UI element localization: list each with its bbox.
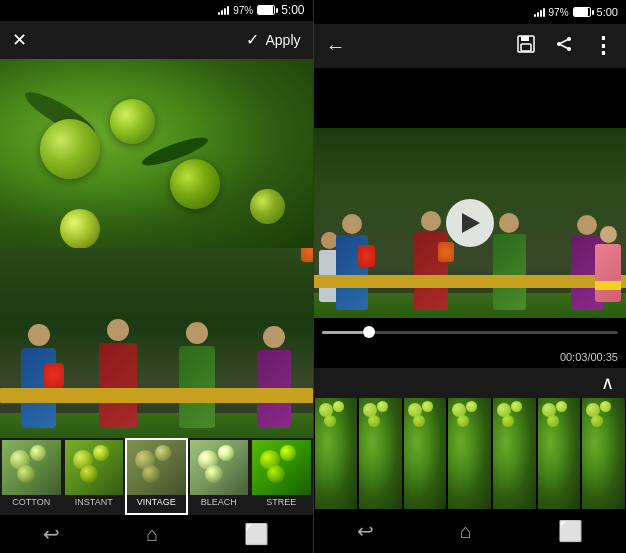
filter-thumb-bleach	[190, 440, 249, 496]
signal-icon	[534, 8, 545, 17]
vp-head	[499, 213, 519, 233]
tomato-1	[40, 119, 100, 179]
filter-thumb-street	[252, 440, 311, 496]
filter-vintage[interactable]: VINTAGE	[125, 438, 188, 516]
filter-thumb-vintage	[127, 440, 186, 496]
video-player[interactable]	[314, 128, 627, 318]
top-image	[0, 59, 313, 249]
battery-icon	[257, 5, 275, 15]
obi-sash	[314, 275, 627, 288]
backpack	[438, 242, 454, 262]
scrubber-thumb[interactable]	[363, 326, 375, 338]
right-status-bar: 97% 5:00	[314, 0, 627, 24]
person-head	[107, 319, 129, 341]
scrubber-area[interactable]	[314, 318, 627, 346]
toolbar-actions: ⋮	[516, 34, 614, 59]
filter-thumb-instant	[65, 440, 124, 496]
tomato-2	[110, 99, 155, 144]
right-toolbar: ← ⋮	[314, 24, 627, 68]
person-figure-4	[257, 326, 291, 428]
back-nav-button[interactable]: ↩	[43, 522, 60, 546]
bottom-main-image	[0, 248, 313, 438]
scrubber-progress	[322, 331, 364, 334]
video-person-1	[336, 214, 368, 310]
back-nav-button[interactable]: ↩	[357, 519, 374, 543]
timer-display: 00:03/00:35	[314, 346, 627, 368]
person-body	[179, 346, 215, 428]
apply-label: Apply	[265, 32, 300, 48]
play-icon	[462, 213, 480, 233]
recents-nav-button[interactable]: ⬜	[244, 522, 269, 546]
tomato-5	[250, 189, 285, 224]
film-frame-6	[538, 398, 581, 509]
person-head	[263, 326, 285, 348]
person-figure-3	[179, 322, 215, 428]
video-person-2	[414, 211, 448, 310]
filter-label-vintage: VINTAGE	[137, 497, 176, 507]
home-nav-button[interactable]: ⌂	[460, 520, 472, 543]
video-content	[314, 128, 627, 318]
vp-head	[342, 214, 362, 234]
filter-instant[interactable]: INSTANT	[63, 438, 126, 516]
vp-body	[493, 234, 526, 310]
home-nav-button[interactable]: ⌂	[146, 523, 158, 546]
person-body	[99, 343, 137, 428]
close-button[interactable]: ✕	[12, 29, 27, 51]
backpack	[358, 245, 375, 267]
svg-rect-2	[521, 44, 531, 51]
film-frame-3	[404, 398, 447, 509]
left-toolbar: ✕ ✓ Apply	[0, 21, 313, 59]
person-figure-1	[21, 324, 56, 428]
filter-label-street: STREE	[266, 497, 296, 507]
filter-strip: COTTON INSTANT VINTAGE	[0, 438, 313, 516]
recents-nav-button[interactable]: ⬜	[558, 519, 583, 543]
timestamp-label: 00:03/00:35	[560, 351, 618, 363]
person-figure-2	[99, 319, 137, 428]
person-head	[186, 322, 208, 344]
vp-head	[600, 226, 617, 243]
scrubber-track[interactable]	[322, 331, 619, 334]
film-frame-4	[448, 398, 491, 509]
collapse-area[interactable]: ∧	[314, 368, 627, 398]
filter-label-cotton: COTTON	[12, 497, 50, 507]
film-frame-1	[315, 398, 358, 509]
film-frame-5	[493, 398, 536, 509]
video-person-3	[493, 213, 526, 310]
back-button[interactable]: ←	[326, 35, 346, 58]
signal-icon	[218, 6, 229, 15]
obi-sash	[0, 388, 313, 403]
tomato-3	[170, 159, 220, 209]
right-panel: 97% 5:00 ←	[314, 0, 627, 553]
svg-line-7	[559, 44, 569, 49]
filter-street[interactable]: STREE	[250, 438, 313, 516]
right-nav-bar: ↩ ⌂ ⬜	[314, 509, 627, 553]
vp-body	[336, 235, 368, 310]
black-top-area	[314, 68, 627, 128]
svg-line-6	[559, 39, 569, 44]
obi-sash	[595, 281, 621, 290]
battery-percent: 97%	[233, 5, 253, 16]
left-status-bar: 97% 5:00	[0, 0, 313, 21]
right-time: 5:00	[597, 6, 618, 18]
more-button[interactable]: ⋮	[592, 35, 614, 57]
person-body	[257, 350, 291, 428]
person-head	[28, 324, 50, 346]
left-panel: 97% 5:00 ✕ ✓ Apply	[0, 0, 313, 553]
svg-rect-1	[521, 36, 529, 41]
persons-group	[0, 248, 313, 428]
filter-label-instant: INSTANT	[75, 497, 113, 507]
filter-bleach[interactable]: BLEACH	[188, 438, 251, 516]
share-button[interactable]	[554, 34, 574, 59]
save-button[interactable]	[516, 34, 536, 59]
collapse-icon[interactable]: ∧	[601, 372, 614, 394]
filter-cotton[interactable]: COTTON	[0, 438, 63, 516]
film-frame-2	[359, 398, 402, 509]
backpack	[44, 363, 64, 388]
play-button[interactable]	[446, 199, 494, 247]
vp-body	[414, 232, 448, 310]
tomato-4	[60, 209, 100, 249]
film-frame-7	[582, 398, 625, 509]
tomato-background	[0, 59, 313, 249]
festival-background	[0, 248, 313, 438]
apply-button[interactable]: ✓ Apply	[246, 30, 300, 49]
